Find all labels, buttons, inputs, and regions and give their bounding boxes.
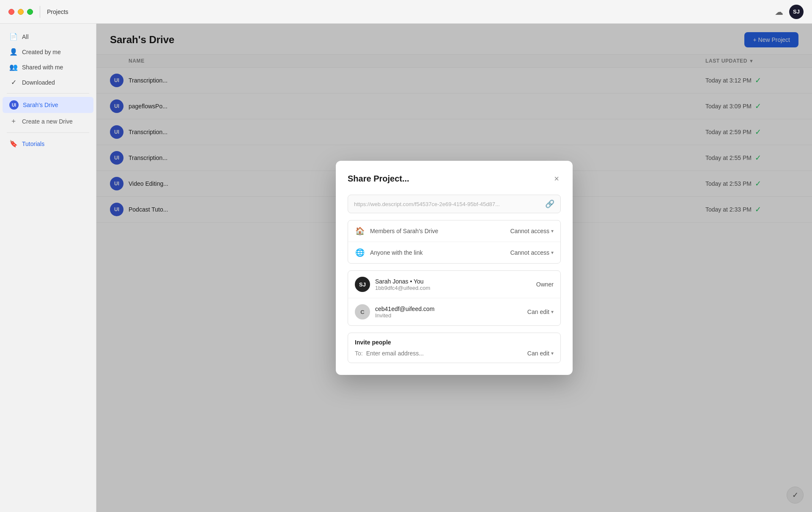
sidebar-divider-1 [7, 93, 89, 94]
sidebar-item-tutorials[interactable]: 🔖 Tutorials [3, 136, 93, 151]
ceb-role-chevron-icon: ▾ [551, 309, 554, 315]
invite-to-label: To: [355, 350, 363, 357]
invite-row: To: Can edit ▾ [348, 346, 560, 363]
ceb-info: ceb41edf@uifeed.com Invited [375, 306, 522, 319]
sidebar-item-shared-with-me[interactable]: 👥 Shared with me [3, 60, 93, 74]
members-section: SJ Sarah Jonas • You 1bb9dfc4@uifeed.com… [348, 270, 561, 326]
invite-permission-label: Can edit [527, 350, 549, 357]
copy-link-icon[interactable]: 🔗 [545, 199, 554, 209]
url-row: https://web.descript.com/f54537ce-2e69-4… [348, 195, 561, 213]
tutorials-icon: 🔖 [9, 140, 18, 148]
all-icon: 📄 [9, 33, 18, 41]
modal-header: Share Project... × [348, 173, 561, 184]
sarah-role: Owner [536, 281, 554, 288]
app-container: 📄 All 👤 Created by me 👥 Shared with me ✓… [0, 24, 812, 512]
sidebar-item-all-label: All [22, 33, 29, 40]
anyone-chevron-icon: ▾ [551, 250, 554, 256]
sidebar-item-sarahs-drive[interactable]: UI Sarah's Drive [3, 97, 93, 113]
invite-email-input[interactable] [366, 350, 524, 357]
sarah-name: Sarah Jonas • You [375, 278, 531, 285]
titlebar-right: ☁ SJ [775, 5, 804, 19]
traffic-lights [8, 9, 33, 15]
link-globe-icon: 🌐 [355, 248, 365, 257]
sidebar: 📄 All 👤 Created by me 👥 Shared with me ✓… [0, 24, 96, 512]
share-url: https://web.descript.com/f54537ce-2e69-4… [354, 201, 542, 207]
modal-close-button[interactable]: × [552, 173, 561, 184]
member-row-sarah: SJ Sarah Jonas • You 1bb9dfc4@uifeed.com… [348, 271, 560, 298]
members-chevron-icon: ▾ [551, 228, 554, 234]
access-section: 🏠 Members of Sarah's Drive Cannot access… [348, 220, 561, 264]
sidebar-item-all[interactable]: 📄 All [3, 29, 93, 44]
maximize-traffic-light[interactable] [27, 9, 33, 15]
ceb-avatar: C [355, 304, 370, 319]
anyone-permission: Cannot access [510, 249, 549, 256]
shared-with-me-icon: 👥 [9, 63, 18, 71]
titlebar-divider [40, 6, 40, 18]
close-traffic-light[interactable] [8, 9, 14, 15]
ceb-name: ceb41edf@uifeed.com [375, 306, 522, 312]
anyone-label: Anyone with the link [370, 249, 505, 256]
sarah-info: Sarah Jonas • You 1bb9dfc4@uifeed.com [375, 278, 531, 291]
member-row-ceb: C ceb41edf@uifeed.com Invited Can edit ▾ [348, 298, 560, 325]
sidebar-item-created-by-me[interactable]: 👤 Created by me [3, 44, 93, 59]
downloaded-icon: ✓ [9, 78, 18, 86]
invite-section-label: Invite people [348, 333, 560, 346]
share-modal: Share Project... × https://web.descript.… [336, 161, 573, 375]
sidebar-item-downloaded[interactable]: ✓ Downloaded [3, 75, 93, 90]
created-by-me-icon: 👤 [9, 48, 18, 56]
sidebar-item-downloaded-label: Downloaded [22, 79, 55, 86]
sidebar-divider-2 [7, 132, 89, 133]
members-access-row[interactable]: 🏠 Members of Sarah's Drive Cannot access… [348, 220, 560, 242]
sidebar-create-drive-label: Create a new Drive [22, 118, 73, 125]
main-content: Sarah's Drive + New Project NAME LAST UP… [96, 24, 812, 512]
cloud-icon[interactable]: ☁ [775, 7, 783, 17]
create-drive-icon: ＋ [9, 117, 18, 126]
ceb-role-select[interactable]: Can edit ▾ [527, 308, 554, 315]
sarah-avatar: SJ [355, 277, 370, 292]
members-home-icon: 🏠 [355, 226, 365, 236]
anyone-access-row[interactable]: 🌐 Anyone with the link Cannot access ▾ [348, 242, 560, 263]
drive-avatar: UI [9, 100, 19, 110]
sidebar-drive-label: Sarah's Drive [23, 102, 58, 108]
sidebar-item-shared-label: Shared with me [22, 64, 63, 71]
user-avatar[interactable]: SJ [789, 5, 804, 19]
sidebar-tutorials-label: Tutorials [22, 140, 44, 147]
titlebar-title: Projects [47, 8, 69, 15]
sarah-email: 1bb9dfc4@uifeed.com [375, 285, 531, 291]
invite-permission-select[interactable]: Can edit ▾ [527, 350, 554, 357]
modal-overlay[interactable]: Share Project... × https://web.descript.… [96, 24, 812, 512]
ceb-status: Invited [375, 312, 522, 319]
minimize-traffic-light[interactable] [18, 9, 24, 15]
members-label: Members of Sarah's Drive [370, 228, 505, 234]
titlebar: Projects ☁ SJ [0, 0, 812, 24]
members-permission: Cannot access [510, 228, 549, 234]
invite-permission-chevron-icon: ▾ [551, 350, 554, 356]
invite-section: Invite people To: Can edit ▾ [348, 333, 561, 363]
anyone-access-select[interactable]: Cannot access ▾ [510, 249, 554, 256]
sidebar-item-created-label: Created by me [22, 49, 61, 55]
modal-title: Share Project... [348, 174, 409, 184]
members-access-select[interactable]: Cannot access ▾ [510, 228, 554, 234]
sidebar-item-create-drive[interactable]: ＋ Create a new Drive [3, 113, 93, 129]
